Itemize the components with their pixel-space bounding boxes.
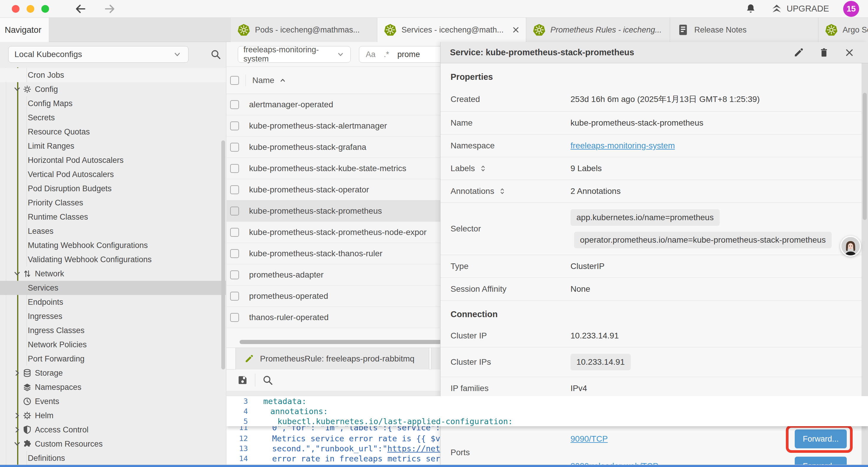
code-segment: annotations: <box>270 407 328 416</box>
chevron-right-icon[interactable] <box>12 368 23 378</box>
port-link[interactable]: 9090/TCP <box>570 434 608 444</box>
tab-4[interactable]: Argo Se <box>818 18 868 42</box>
chevron-down-icon[interactable] <box>12 84 23 95</box>
editor-search-icon[interactable] <box>262 374 274 386</box>
case-sensitive-toggle[interactable]: Aa <box>366 50 375 59</box>
row-checkbox[interactable] <box>230 228 239 237</box>
sidebar-item-secrets[interactable]: Secrets <box>0 111 226 125</box>
select-all-checkbox[interactable] <box>230 76 239 85</box>
code-segment: second.","runbook_url":" <box>272 444 387 453</box>
namespace-link[interactable]: freeleaps-monitoring-system <box>570 141 675 150</box>
row-checkbox[interactable] <box>230 249 239 258</box>
sidebar-item-config[interactable]: Config <box>0 82 226 96</box>
row-checkbox[interactable] <box>230 185 239 194</box>
sidebar-item-custom-resources[interactable]: Custom Resources <box>0 437 226 451</box>
sidebar-item-network-policies[interactable]: Network Policies <box>0 338 226 352</box>
sidebar-item-resource-quotas[interactable]: Resource Quotas <box>0 125 226 139</box>
sidebar-item-config-maps[interactable]: Config Maps <box>0 96 226 111</box>
sidebar-item-network[interactable]: Network <box>0 267 226 281</box>
sidebar-item-namespaces[interactable]: Namespaces <box>0 380 226 394</box>
sidebar-item-access-control[interactable]: Access Control <box>0 423 226 437</box>
sidebar-item-storage[interactable]: Storage <box>0 366 226 380</box>
chevron-down-icon[interactable] <box>12 439 23 449</box>
property-label-text: Type <box>451 262 469 271</box>
edit-pencil-icon <box>244 354 254 364</box>
sidebar-item-mutating-webhook-configurations[interactable]: Mutating Webhook Configurations <box>0 238 226 253</box>
chevron-right-icon[interactable] <box>12 410 23 421</box>
property-row-cluster-ip: Cluster IP10.233.14.91 <box>440 324 862 347</box>
sidebar-item-leases[interactable]: Leases <box>0 224 226 238</box>
ports-list: 9090/TCPForward...8080:reloader-web/TCPF… <box>570 429 847 465</box>
row-checkbox[interactable] <box>230 292 239 300</box>
kubeconfig-context-select[interactable]: Local Kubeconfigs <box>8 46 188 63</box>
chevron-down-icon[interactable] <box>12 268 23 279</box>
row-checkbox[interactable] <box>230 100 239 109</box>
close-icon[interactable] <box>844 47 855 58</box>
regex-toggle[interactable]: .* <box>384 50 389 59</box>
column-header-name[interactable]: Name <box>252 76 287 85</box>
save-icon[interactable] <box>237 374 248 386</box>
navigator-toolbar: Local Kubeconfigs <box>0 42 226 67</box>
row-checkbox[interactable] <box>230 313 239 322</box>
chevron-right-icon[interactable] <box>12 425 23 435</box>
sidebar-item-ingresses[interactable]: Ingresses <box>0 309 226 323</box>
sidebar-item-services[interactable]: Services <box>0 281 226 295</box>
sidebar-item-label: Resource Quotas <box>28 127 90 137</box>
port-row: 9090/TCPForward... <box>570 429 847 449</box>
tab-0[interactable]: Pods - icecheng@mathmas... <box>231 18 377 42</box>
notification-count-badge[interactable]: 15 <box>843 1 859 17</box>
tab-1[interactable]: Services - icecheng@math... <box>377 18 526 42</box>
forward-button[interactable]: Forward... <box>795 457 847 465</box>
sidebar-search-icon[interactable] <box>210 49 222 60</box>
namespace-filter-select[interactable]: freeleaps-monitoring-system <box>238 46 351 63</box>
sidebar-item-limit-ranges[interactable]: Limit Ranges <box>0 139 226 153</box>
row-checkbox[interactable] <box>230 143 239 152</box>
sidebar-item-cron-jobs[interactable]: Cron Jobs <box>0 68 226 82</box>
minimize-window-button[interactable] <box>27 5 34 13</box>
sidebar-item-horizontal-pod-autoscalers[interactable]: Horizontal Pod Autoscalers <box>0 153 226 167</box>
row-checkbox[interactable] <box>230 164 239 173</box>
navigator-panel-tab[interactable]: Navigator <box>0 18 49 42</box>
edit-icon[interactable] <box>793 47 804 58</box>
zoom-window-button[interactable] <box>41 5 49 13</box>
tab-3[interactable]: Release Notes <box>670 18 818 42</box>
line-number: 3 <box>226 397 255 406</box>
tab-2[interactable]: Prometheus Rules - icecheng... <box>526 18 670 42</box>
sort-updown-icon[interactable] <box>479 165 487 172</box>
dock-tab-0[interactable]: PrometheusRule: freeleaps-prod-rabbitmq <box>236 348 429 370</box>
sidebar-item-pod-disruption-budgets[interactable]: Pod Disruption Budgets <box>0 181 226 196</box>
row-checkbox[interactable] <box>230 207 239 215</box>
service-name: prometheus-operated <box>249 291 328 301</box>
sidebar-item-definitions[interactable]: Definitions <box>0 451 226 465</box>
row-checkbox[interactable] <box>230 270 239 279</box>
forward-button[interactable]: Forward... <box>795 430 847 448</box>
sidebar-scrollbar[interactable] <box>221 140 225 370</box>
editor-line: 3metadata: <box>226 396 868 406</box>
delete-icon[interactable] <box>818 47 830 58</box>
property-label: Ports <box>451 448 570 457</box>
sidebar-item-label: Cron Jobs <box>28 71 64 80</box>
sidebar-item-events[interactable]: Events <box>0 394 226 408</box>
port-link[interactable]: 8080:reloader-web/TCP <box>570 461 658 465</box>
close-window-button[interactable] <box>12 5 20 13</box>
sidebar-item-port-forwarding[interactable]: Port Forwarding <box>0 352 226 366</box>
close-tab-icon[interactable] <box>508 25 517 34</box>
sidebar-item-endpoints[interactable]: Endpoints <box>0 295 226 309</box>
sidebar-item-helm[interactable]: Helm <box>0 408 226 423</box>
sidebar-item-label: Ingresses <box>28 312 62 321</box>
property-row-selector: Selectorapp.kubernetes.io/name=prometheu… <box>440 203 862 255</box>
sidebar-item-priority-classes[interactable]: Priority Classes <box>0 196 226 210</box>
user-avatar[interactable] <box>840 236 861 257</box>
back-icon[interactable] <box>74 2 87 16</box>
sort-updown-icon[interactable] <box>498 187 506 195</box>
sidebar-item-validating-webhook-configurations[interactable]: Validating Webhook Configurations <box>0 253 226 267</box>
notifications-bell-icon[interactable] <box>745 3 756 15</box>
forward-icon[interactable] <box>103 2 116 16</box>
sidebar-item-vertical-pod-autoscalers[interactable]: Vertical Pod Autoscalers <box>0 167 226 181</box>
row-checkbox[interactable] <box>230 121 239 130</box>
sidebar-item-ingress-classes[interactable]: Ingress Classes <box>0 323 226 338</box>
column-header-label: Name <box>252 76 275 85</box>
sidebar-item-runtime-classes[interactable]: Runtime Classes <box>0 210 226 224</box>
property-value: 253d 16h 6m ago (2025年1月13日 GMT+8 1:25:3… <box>570 94 760 105</box>
upgrade-button[interactable]: UPGRADE <box>771 3 829 15</box>
